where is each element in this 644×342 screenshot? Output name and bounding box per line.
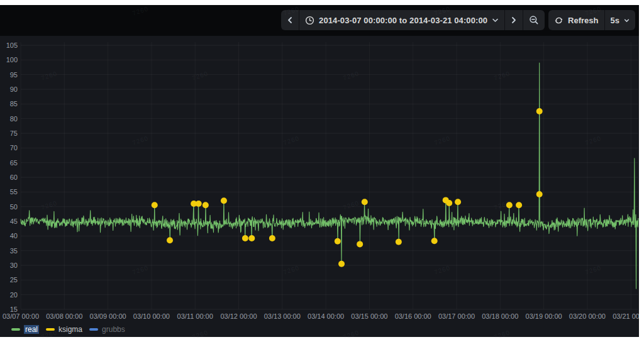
x-axis-tick-label: 03/17 00:00 [438,312,475,320]
y-axis-tick-label: 60 [10,174,18,181]
magnifier-minus-icon [529,15,539,25]
ksigma-anomaly-point[interactable] [536,191,543,197]
ksigma-anomaly-point[interactable] [203,202,209,208]
y-axis-tick-label: 75 [10,130,18,137]
y-axis-tick-label: 70 [10,144,18,152]
x-axis-tick-label: 03/19 00:00 [526,312,562,320]
series-real-line [21,63,638,289]
ksigma-anomaly-point[interactable] [242,235,248,241]
x-axis-tick-label: 03/08 00:00 [46,312,82,320]
ksigma-anomaly-point[interactable] [455,199,461,205]
ksigma-anomaly-point[interactable] [167,237,173,243]
x-axis-tick-label: 03/15 00:00 [351,312,387,320]
ksigma-anomaly-point[interactable] [357,241,363,247]
refresh-button[interactable]: Refresh [548,10,604,30]
legend-series-color-icon [46,328,55,331]
ksigma-anomaly-point[interactable] [516,202,522,208]
x-axis-tick-label: 03/13 00:00 [264,312,301,320]
ksigma-anomaly-point[interactable] [338,261,345,267]
ksigma-anomaly-point[interactable] [396,239,402,245]
ksigma-anomaly-point[interactable] [362,199,368,205]
y-axis-tick-label: 25 [10,276,18,284]
y-axis-tick-label: 30 [10,262,18,269]
ksigma-anomaly-point[interactable] [431,238,438,244]
x-axis-tick-label: 03/16 00:00 [395,312,431,320]
zoom-out-button[interactable] [523,10,545,30]
refresh-icon [554,16,564,25]
y-axis-tick-label: 40 [10,232,18,240]
x-axis-tick-label: 03/11 00:00 [177,312,213,320]
y-axis-tick-label: 65 [10,159,18,167]
y-axis-tick-label: 55 [10,188,18,196]
x-axis-tick-label: 03/12 00:00 [220,312,257,320]
ksigma-anomaly-point[interactable] [269,235,275,241]
ksigma-anomaly-point[interactable] [446,200,452,206]
x-axis-tick-label: 03/18 00:00 [482,312,518,320]
legend-series-color-icon [89,328,98,331]
time-range-label: 2014-03-07 00:00:00 to 2014-03-21 04:00:… [319,16,487,25]
legend-item-real[interactable]: real [11,325,39,334]
top-toolbar: 2014-03-07 00:00:00 to 2014-03-21 04:00:… [0,5,639,36]
chart-legend: realksigmagrubbs [11,324,125,335]
legend-series-label: grubbs [102,325,125,334]
legend-item-ksigma[interactable]: ksigma [46,325,82,334]
y-axis-tick-label: 100 [6,56,18,63]
y-axis-tick-label: 90 [10,86,18,93]
chevron-down-icon [492,18,499,23]
refresh-group: Refresh 5s [548,10,635,30]
legend-item-grubbs[interactable]: grubbs [89,325,125,334]
legend-series-label: ksigma [58,325,82,334]
time-range-picker-button[interactable]: 2014-03-07 00:00:00 to 2014-03-21 04:00:… [299,10,504,30]
grafana-panel: 2014-03-07 00:00:00 to 2014-03-21 04:00:… [0,5,639,337]
chevron-right-icon [511,16,517,24]
y-axis-tick-label: 45 [10,218,18,225]
refresh-interval-value: 5s [611,16,619,25]
ksigma-anomaly-point[interactable] [335,238,341,245]
chevron-left-icon [287,16,293,24]
legend-series-color-icon [11,328,20,331]
time-shift-back-button[interactable] [281,10,299,30]
y-axis-tick-label: 95 [10,71,18,79]
timeseries-chart[interactable]: 1051009590858075706560555045403530252015… [0,36,639,337]
x-axis-tick-label: 03/14 00:00 [308,312,344,320]
ksigma-anomaly-point[interactable] [248,235,255,241]
x-axis-tick-label: 03/07 00:00 [3,312,39,320]
y-axis-tick-label: 80 [10,115,18,123]
y-axis-tick-label: 105 [6,41,18,49]
time-shift-forward-button[interactable] [504,10,523,30]
refresh-interval-dropdown[interactable]: 5s [604,10,635,30]
x-axis-tick-label: 03/10 00:00 [133,312,170,320]
timeseries-panel: 1051009590858075706560555045403530252015… [0,36,639,337]
x-axis-tick-label: 03/09 00:00 [90,312,126,320]
ksigma-anomaly-point[interactable] [221,197,227,204]
x-axis-tick-label: 03/20 00:00 [569,312,606,320]
time-controls: 2014-03-07 00:00:00 to 2014-03-21 04:00:… [281,10,635,30]
y-axis-tick-label: 50 [10,203,18,211]
x-axis-tick-label: 03/21 00:00 [613,312,639,320]
ksigma-anomaly-point[interactable] [152,202,158,208]
time-range-group: 2014-03-07 00:00:00 to 2014-03-21 04:00:… [281,10,545,30]
y-axis-tick-label: 85 [10,100,18,108]
chevron-down-icon [624,18,630,23]
y-axis-tick-label: 20 [10,291,18,299]
legend-series-label: real [24,325,39,334]
refresh-label: Refresh [568,16,598,25]
ksigma-anomaly-point[interactable] [196,201,202,207]
clock-icon [305,16,314,25]
ksigma-anomaly-point[interactable] [506,202,513,208]
ksigma-anomaly-point[interactable] [536,108,543,114]
y-axis-tick-label: 35 [10,247,18,255]
